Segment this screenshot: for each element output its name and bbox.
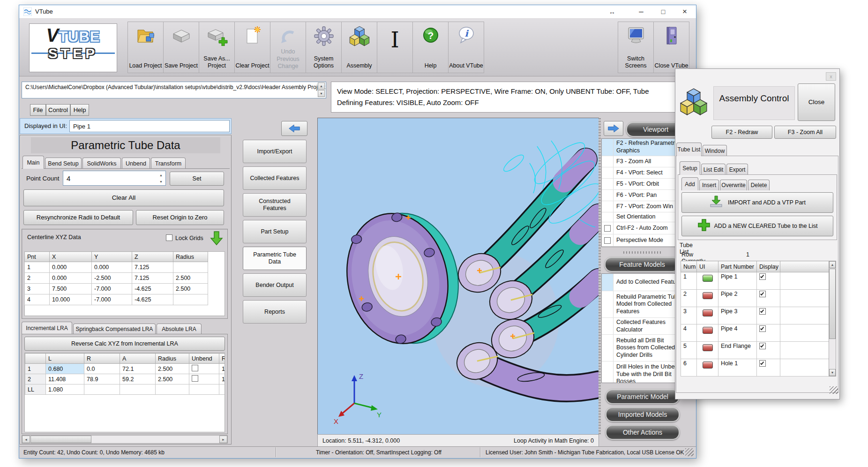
tab-list-edit[interactable]: List Edit <box>701 164 726 175</box>
tab-transform[interactable]: Transform <box>151 158 186 169</box>
ui-status-chip[interactable] <box>703 309 713 316</box>
tab-add[interactable]: Add <box>681 177 698 190</box>
tube-part-number[interactable]: Pipe 4 <box>718 324 757 342</box>
collapse-left-button[interactable] <box>281 121 307 136</box>
close-vtube-button[interactable]: Close VTube <box>653 22 689 73</box>
cell-z[interactable]: 7.125 <box>132 262 173 273</box>
maximize-icon[interactable]: □ <box>656 6 671 17</box>
display-checkbox[interactable] <box>759 343 766 349</box>
command-set-orientation[interactable]: Set Orientation <box>602 212 684 222</box>
panel-splitter-handle[interactable] <box>623 251 661 254</box>
tube-part-number[interactable]: Pipe 3 <box>718 307 757 324</box>
cell-r[interactable] <box>84 384 120 395</box>
tab-unbend[interactable]: Unbend <box>122 158 150 169</box>
tab-insert[interactable]: Insert <box>699 180 719 190</box>
tab-springback-lra[interactable]: Springback Compensated LRA <box>73 324 156 334</box>
load-project-button[interactable]: Load Project <box>127 22 164 73</box>
lock-grids-checkbox[interactable] <box>166 234 172 241</box>
nav-bender-output[interactable]: Bender Output <box>243 273 307 297</box>
tab-incremental-lra[interactable]: Incremental LRA <box>22 322 72 334</box>
3d-viewport[interactable]: Z X Y <box>317 118 599 435</box>
cell-z[interactable]: -4.625 <box>132 284 173 294</box>
menu-help[interactable]: Help <box>70 104 89 116</box>
path-spinner-down[interactable]: ▼ <box>318 90 325 97</box>
cell-l[interactable]: 1.080 <box>46 384 84 395</box>
minimize-icon[interactable]: – <box>634 6 649 17</box>
tab-window[interactable]: Window <box>703 145 727 156</box>
cell-z[interactable]: 7.125 <box>132 273 173 284</box>
tab-solidworks[interactable]: SolidWorks <box>82 158 121 169</box>
display-checkbox[interactable] <box>759 273 766 280</box>
assembly-resize-grip[interactable] <box>830 386 838 394</box>
cell-r[interactable]: 78.9 <box>84 374 120 384</box>
display-checkbox[interactable] <box>759 325 766 332</box>
title-bar[interactable] <box>19 5 696 19</box>
cell-y[interactable]: -2.500 <box>92 273 132 284</box>
set-button[interactable]: Set <box>170 172 224 186</box>
command-vport-pan[interactable]: F6 - VPort: Pan <box>602 190 684 201</box>
table-row[interactable]: 2 Pipe 2 <box>681 290 829 307</box>
unbend-checkbox[interactable] <box>192 365 198 371</box>
scroll-left-icon[interactable]: ◄ <box>22 436 30 443</box>
tab-absolute-lra[interactable]: Absolute LRA <box>157 324 202 334</box>
displayed-in-ui-input[interactable]: Pipe 1 <box>69 120 230 132</box>
tube-list-scrollbar-thumb[interactable] <box>829 269 836 339</box>
collapse-right-button[interactable] <box>604 121 623 136</box>
tube-part-number[interactable]: End Flange <box>718 342 757 359</box>
tab-delete[interactable]: Delete <box>748 180 770 190</box>
point-count-up[interactable]: ▲ <box>157 172 165 178</box>
text-cursor-button[interactable]: I <box>377 22 413 73</box>
ui-status-chip[interactable] <box>703 275 713 282</box>
tab-overwrite[interactable]: Overwrite <box>720 180 747 190</box>
cell-extra[interactable]: 1 <box>219 374 225 384</box>
table-row[interactable]: 6 Hole 1 <box>681 359 829 377</box>
clear-all-button[interactable]: Clear All <box>23 189 224 206</box>
command-refresh-parametric[interactable]: F2 - Refresh Parametric Graphics <box>602 139 684 156</box>
feature-add-collected[interactable]: Add to Collected Features <box>602 274 684 291</box>
nav-constructed-features[interactable]: Constructed Features <box>243 193 307 217</box>
ui-status-chip[interactable] <box>703 292 713 299</box>
table-row[interactable]: 4 Pipe 4 <box>681 324 829 342</box>
save-as-project-button[interactable]: Save As... Project <box>199 22 235 73</box>
cell-a[interactable]: 72.1 <box>120 364 156 374</box>
cell-x[interactable]: 0.000 <box>50 262 92 273</box>
tab-bend-setup[interactable]: Bend Setup <box>45 158 82 169</box>
import-vtp-button[interactable]: IMPORT and ADD a VTP Part <box>681 192 833 213</box>
feature-calculator[interactable]: Collected Features Calculator <box>602 318 684 335</box>
command-vport-select[interactable]: F4 - VPort: Select <box>602 167 684 179</box>
cell-x[interactable]: 10.000 <box>50 294 92 305</box>
project-path-input[interactable]: C:\Users\MichaelCone\Dropbox (Advanced T… <box>22 82 326 98</box>
add-cleared-tube-button[interactable]: ADD a NEW CLEARED Tube to the List <box>681 216 833 236</box>
ui-status-chip[interactable] <box>703 327 713 334</box>
scroll-down-icon[interactable]: ▼ <box>829 369 836 376</box>
nav-reports[interactable]: Reports <box>243 300 307 324</box>
cell-y[interactable]: -7.000 <box>92 284 132 294</box>
cell-r[interactable]: 0.0 <box>84 364 120 374</box>
cell-radius[interactable] <box>156 384 189 395</box>
imported-models-button[interactable]: Imported Models <box>606 407 680 422</box>
cell-radius[interactable]: 2.500 <box>156 364 189 374</box>
cell-x[interactable]: 7.500 <box>50 284 92 294</box>
cell-radius[interactable]: 2.500 <box>173 273 208 284</box>
point-count-input[interactable]: 4 <box>63 171 166 186</box>
menu-file[interactable]: File <box>30 104 46 116</box>
command-vport-orbit[interactable]: F5 - VPort: Orbit <box>602 179 684 190</box>
cell-extra[interactable]: 1 <box>219 364 225 374</box>
h-scrollbar-thumb[interactable] <box>30 436 91 443</box>
assembly-control-close-icon[interactable]: x <box>826 72 836 81</box>
f3-zoom-all-button[interactable]: F3 - Zoom All <box>774 126 836 139</box>
point-count-down[interactable]: ▼ <box>157 179 165 185</box>
nav-collected-features[interactable]: Collected Features <box>243 166 307 190</box>
feature-models-header[interactable]: Feature Models <box>605 257 680 272</box>
cell-a[interactable] <box>120 384 156 395</box>
assembly-close-button[interactable]: Close <box>798 83 835 121</box>
tab-tube-list[interactable]: Tube List <box>676 143 702 156</box>
undo-button[interactable]: Undo Previous Change <box>270 22 306 73</box>
parametric-model-button[interactable]: Parametric Model <box>606 389 680 404</box>
tab-setup[interactable]: Setup <box>680 161 700 175</box>
cell-radius[interactable]: 2.500 <box>156 374 189 384</box>
display-checkbox[interactable] <box>759 308 766 315</box>
path-spinner-up[interactable]: ▲ <box>318 83 325 90</box>
display-checkbox[interactable] <box>759 291 766 297</box>
nav-parametric-tube-data[interactable]: Parametric Tube Data <box>243 247 307 270</box>
